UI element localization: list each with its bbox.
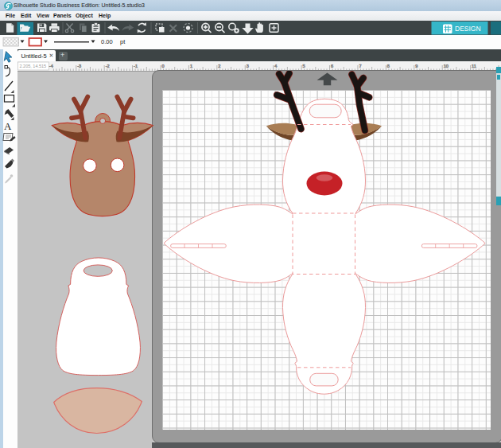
svg-text:-2: -2 <box>106 64 110 68</box>
svg-text:-1: -1 <box>134 64 138 68</box>
svg-text:pt: pt <box>120 38 126 45</box>
svg-text:4: 4 <box>274 64 277 68</box>
svg-text:6: 6 <box>331 64 333 68</box>
svg-text:11: 11 <box>472 64 476 68</box>
svg-text:1: 1 <box>190 64 192 68</box>
svg-text:0: 0 <box>162 64 165 68</box>
svg-text:DESIGN: DESIGN <box>455 25 481 33</box>
svg-text:9: 9 <box>415 64 418 68</box>
svg-text:7: 7 <box>359 64 361 68</box>
svg-text:-3: -3 <box>77 64 81 68</box>
svg-text:5: 5 <box>303 64 305 68</box>
svg-text:0.00: 0.00 <box>101 38 113 45</box>
svg-text:3: 3 <box>247 64 249 68</box>
svg-text:10: 10 <box>444 64 449 68</box>
svg-text:8: 8 <box>387 64 390 68</box>
svg-text:2.205, 14.515: 2.205, 14.515 <box>20 64 47 68</box>
svg-text:-4: -4 <box>49 64 53 68</box>
svg-text:2: 2 <box>218 64 220 68</box>
